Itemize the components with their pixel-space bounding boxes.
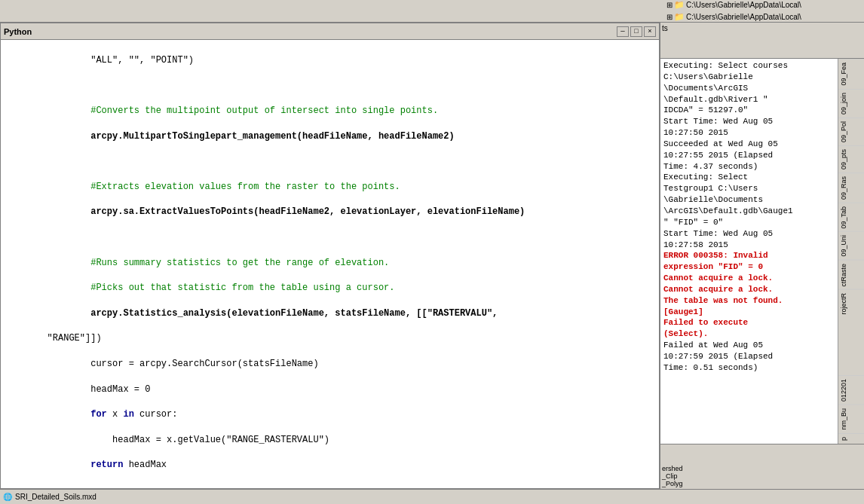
code-line-bold-1: arcpy.MultipartToSinglepart_management(h… <box>47 131 455 142</box>
bottom-right-strip: ershed _Clip _Polyg <box>660 444 864 489</box>
python-panel: Python ─ □ × "ALL", "", "POINT") #Conver… <box>0 23 660 489</box>
bottom-item-2[interactable]: _Clip <box>662 472 862 480</box>
result-line-13: \Gabrielle\Documents <box>663 194 835 206</box>
code-line-6: cursor = arcpy.SearchCursor(statsFileNam… <box>47 359 319 369</box>
result-line-11: Executing: Select <box>663 172 835 183</box>
bottom-strip: 🌐 SRI_Detailed_Soils.mxd <box>0 489 864 504</box>
result-line-10: Time: 4.37 seconds) <box>663 161 835 173</box>
result-line-19: 10:27:59 2015 (Elapsed <box>663 351 835 362</box>
result-line-17: 10:27:58 2015 <box>663 240 835 251</box>
result-line-5: IDCDA" = 51297.0" <box>663 105 835 116</box>
result-line-14: \ArcGIS\Default.gdb\Gauge1 <box>663 206 835 217</box>
bottom-item-1[interactable]: ershed <box>662 465 862 472</box>
right-panel: ts Executing: Select courses C:\Users\Ga… <box>660 23 864 489</box>
code-line-8: for x in cursor: <box>47 409 178 420</box>
code-line-1: "ALL", "", "POINT") <box>47 55 194 66</box>
code-content: "ALL", "", "POINT") #Converts the multip… <box>4 41 656 488</box>
result-error-6: [Gauge1] <box>663 307 835 318</box>
result-error-7: Failed to execute <box>663 317 835 328</box>
rs-item-11[interactable]: nm_Bu <box>838 405 864 433</box>
close-button[interactable]: × <box>644 26 656 37</box>
result-error-3: Cannot acquire a lock. <box>663 273 835 284</box>
rs-item-2[interactable]: 09_join <box>838 89 864 118</box>
rs-item-3[interactable]: 09_Pol <box>838 118 864 145</box>
code-line-10: return headMax <box>47 460 167 470</box>
bottom-status-icon: 🌐 <box>3 493 12 501</box>
error-link-results[interactable]: 000358 <box>694 251 724 260</box>
result-error-8: (Select). <box>663 328 835 340</box>
bottom-item-3[interactable]: _Polyg <box>662 480 862 487</box>
rs-item-10[interactable]: 012201 <box>838 375 864 405</box>
code-line-7: headMax = 0 <box>47 384 151 395</box>
rs-item-6[interactable]: 09_Tab <box>838 203 864 232</box>
main-area: Python ─ □ × "ALL", "", "POINT") #Conver… <box>0 23 864 489</box>
result-line-8: Succeeded at Wed Aug 05 <box>663 139 835 150</box>
result-line-18: Failed at Wed Aug 05 <box>663 340 835 351</box>
bottom-status-text: SRI_Detailed_Soils.mxd <box>15 493 97 501</box>
rs-item-5[interactable]: 09_Ras <box>838 173 864 203</box>
code-line-comment-4: #Picks out that statistic from the table… <box>47 283 395 293</box>
code-line-comment-3: #Runs summary statistics to get the rang… <box>47 258 390 268</box>
minimize-button[interactable]: ─ <box>617 26 629 37</box>
result-line-4: \Default.gdb\River1 " <box>663 94 835 105</box>
top-strip: ⊞ 📁 C:\Users\Gabrielle\AppData\Local\ ⊞ … <box>0 0 864 23</box>
titlebar-buttons: ─ □ × <box>617 26 656 37</box>
folder-icon-1: 📁 <box>674 0 685 10</box>
expand-icon-1[interactable]: ⊞ <box>666 1 673 9</box>
code-line-comment-2: #Extracts elevation values from the rast… <box>47 182 400 192</box>
right-top: ts <box>660 23 864 59</box>
results-text-area[interactable]: Executing: Select courses C:\Users\Gabri… <box>660 59 838 444</box>
code-area[interactable]: "ALL", "", "POINT") #Converts the multip… <box>1 40 659 488</box>
folder-icon-2: 📁 <box>674 12 685 22</box>
top-file-label-2: C:\Users\Gabrielle\AppData\Local\ <box>686 13 801 21</box>
result-line-6: Start Time: Wed Aug 05 <box>663 116 835 127</box>
result-line-exec1: Executing: Select courses <box>663 60 835 72</box>
top-file-item-1: ⊞ 📁 C:\Users\Gabrielle\AppData\Local\ <box>666 0 801 11</box>
right-sidebar-labels: 09_Fea 09_join 09_Pol 09_pts 09_Ras 09_T… <box>838 59 864 444</box>
python-title: Python <box>4 27 32 36</box>
python-titlebar: Python ─ □ × <box>1 23 659 40</box>
rs-item-9[interactable]: rojectR <box>838 289 864 318</box>
result-error-1: ERROR 000358: Invalid <box>663 250 835 261</box>
rs-item-7[interactable]: 09_Uni <box>838 231 864 260</box>
code-line-bold-2: arcpy.sa.ExtractValuesToPoints(headFileN… <box>47 206 525 217</box>
result-line-12: Testgroup1 C:\Users <box>663 183 835 194</box>
code-line-comment-1: #Converts the multipoint output of inter… <box>47 105 438 116</box>
rs-item-12[interactable]: p <box>838 433 864 444</box>
rs-item-8[interactable]: ctRaste <box>838 260 864 290</box>
result-line-7: 10:27:50 2015 <box>663 127 835 139</box>
rs-item-4[interactable]: 09_pts <box>838 145 864 173</box>
top-file-label-1: C:\Users\Gabrielle\AppData\Local\ <box>686 1 801 9</box>
top-file-item-2: ⊞ 📁 C:\Users\Gabrielle\AppData\Local\ <box>666 11 801 23</box>
results-panel: Executing: Select courses C:\Users\Gabri… <box>660 59 864 444</box>
result-line-20: Time: 0.51 seconds) <box>663 362 835 374</box>
rs-item-1[interactable]: 09_Fea <box>838 59 864 89</box>
result-error-5: The table was not found. <box>663 295 835 307</box>
result-error-4: Cannot acquire a lock. <box>663 284 835 295</box>
maximize-button[interactable]: □ <box>630 26 642 37</box>
expand-icon-2[interactable]: ⊞ <box>666 13 673 21</box>
code-line-bold-3: arcpy.Statistics_analysis(elevationFileN… <box>47 308 498 319</box>
result-line-15: " "FID" = 0" <box>663 217 835 228</box>
result-line-9: 10:27:55 2015 (Elapsed <box>663 150 835 161</box>
result-line-2: C:\Users\Gabrielle <box>663 72 835 83</box>
result-line-16: Start Time: Wed Aug 05 <box>663 228 835 240</box>
code-line-9: headMax = x.getValue("RANGE_RASTERVALU") <box>47 435 329 445</box>
top-file-list: ⊞ 📁 C:\Users\Gabrielle\AppData\Local\ ⊞ … <box>666 0 801 23</box>
result-line-3: \Documents\ArcGIS <box>663 83 835 94</box>
result-error-2: expression "FID" = 0 <box>663 261 835 273</box>
code-line-5: "RANGE"]]) <box>47 333 102 344</box>
